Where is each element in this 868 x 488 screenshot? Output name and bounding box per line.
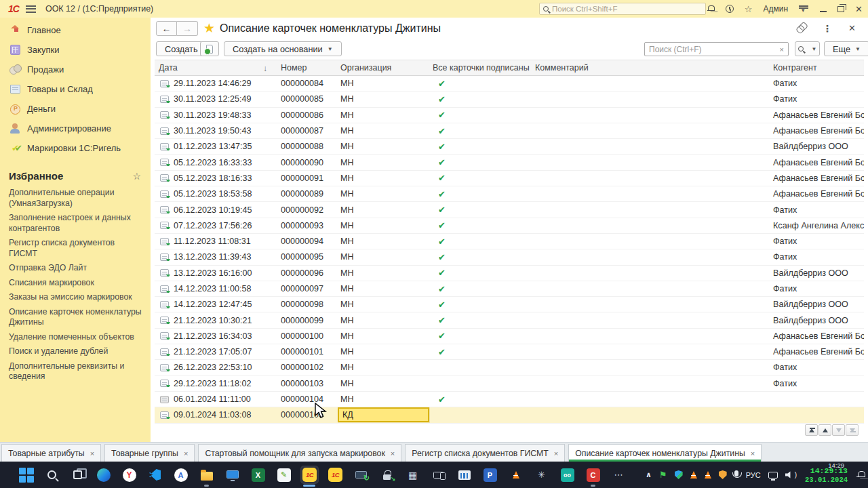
sidebar-item-marking[interactable]: ✔✔Маркировки 1С:Ригель [0, 138, 151, 158]
favorite-item[interactable]: Поиск и удаление дублей [0, 344, 151, 359]
sidebar-item-main[interactable]: Главное [0, 20, 151, 40]
taskbar-c-red-app-icon[interactable]: C [585, 466, 601, 483]
go-up-button[interactable] [818, 424, 831, 436]
column-header-organization[interactable]: Организация [338, 63, 430, 73]
favorite-item[interactable]: Удаление помеченных объектов [0, 330, 151, 345]
taskbar-vlc-icon[interactable] [507, 466, 524, 483]
table-row[interactable]: 13.12.2023 16:16:00000000096МН✔Вайлдберр… [155, 266, 864, 281]
window-tab[interactable]: Регистр списка документов ГИСМТ× [405, 444, 565, 462]
tab-close-icon[interactable]: × [554, 449, 558, 458]
table-row[interactable]: 21.12.2023 10:30:21000000099МН✔Вайлдберр… [155, 312, 864, 328]
form-close-icon[interactable]: ✕ [848, 23, 856, 33]
tray-vlc-icon-2[interactable] [705, 471, 711, 479]
organization-edit-cell[interactable]: КД [338, 407, 429, 422]
taskbar-overflow-icon[interactable]: ⋯ [610, 466, 627, 483]
table-row[interactable]: 05.12.2023 16:33:33000000090МН✔Афанасьев… [155, 155, 864, 170]
more-options-icon[interactable]: ⋮ [823, 25, 832, 32]
sidebar-item-money[interactable]: Деньги [0, 99, 151, 119]
table-row[interactable]: 30.11.2023 12:25:49000000085МН✔Фатих [155, 92, 864, 107]
taskbar-perf-chart-icon[interactable] [456, 466, 473, 483]
window-tab[interactable]: Стартовый помощник для запуска маркирово… [198, 444, 401, 462]
copy-button[interactable] [200, 41, 219, 56]
history-icon[interactable] [726, 3, 734, 15]
sidebar-item-purchases[interactable]: Закупки [0, 40, 151, 60]
taskbar-lock-sync-icon[interactable] [378, 466, 395, 483]
favorite-item[interactable]: Описание карточек номенклатуры Джитины [0, 305, 151, 330]
current-user[interactable]: Админ [764, 3, 789, 15]
go-to-first-button[interactable] [805, 424, 818, 436]
table-row[interactable]: 14.12.2023 11:00:58000000097МН✔Фатих [155, 281, 864, 297]
table-row[interactable]: 06.01.2024 11:11:00000000104МН✔ [155, 392, 864, 407]
tray-green-flag-icon[interactable]: ⚑ [659, 470, 667, 480]
table-row[interactable]: 30.11.2023 19:50:43000000087МН✔Афанасьев… [155, 123, 864, 139]
taskbar-oo-app-icon[interactable]: oo [559, 466, 576, 483]
sidebar-item-goods[interactable]: Товары и Склад [0, 79, 151, 99]
tab-close-icon[interactable]: × [184, 449, 188, 458]
taskbar-excel-icon[interactable]: X [250, 466, 267, 483]
create-based-on-button[interactable]: Создать на основании▼ [224, 41, 342, 56]
taskbar-clock[interactable]: 14:29 14:29:13 23.01.2024 [804, 462, 849, 488]
go-down-button[interactable] [832, 424, 845, 436]
favorite-item[interactable]: Заказы на эмиссию маркировок [0, 290, 151, 305]
tray-microphone-icon[interactable] [734, 470, 738, 479]
create-button[interactable]: Создать [156, 41, 207, 56]
taskbar-1c-enterprise-icon[interactable]: 1С [301, 466, 318, 483]
table-header-row[interactable]: Дата↓ Номер Организация Все карточки под… [155, 60, 864, 76]
taskbar-1c-enterprise-2-icon[interactable]: 1С [327, 466, 344, 483]
table-row[interactable]: 06.12.2023 10:19:45000000092МН✔Фатих [155, 202, 864, 218]
favorite-item[interactable]: Отправка ЭДО Лайт [0, 261, 151, 276]
more-button[interactable]: Еще▼ [824, 41, 868, 56]
tray-hidden-icons-chevron[interactable]: ∧ [646, 470, 652, 479]
table-row[interactable]: 05.12.2023 18:53:58000000089МН✔Афанасьев… [155, 186, 864, 202]
table-row[interactable]: 07.12.2023 17:56:26000000093МН✔Ксанф Анг… [155, 218, 864, 234]
taskbar-vscode-icon[interactable] [146, 466, 163, 483]
sidebar-item-admin[interactable]: Администрирование [0, 119, 151, 138]
notification-center-bell-icon[interactable] [856, 471, 865, 479]
forward-button[interactable]: → [177, 21, 198, 36]
sidebar-item-sales[interactable]: Продажи [0, 60, 151, 79]
tab-close-icon[interactable]: × [751, 449, 755, 458]
table-row[interactable]: 21.12.2023 16:34:03000000100МН✔Афанасьев… [155, 329, 864, 344]
taskbar-pc-devices-icon[interactable] [430, 466, 447, 483]
table-row[interactable]: 05.12.2023 18:16:33000000091МН✔Афанасьев… [155, 171, 864, 186]
favorites-star-icon[interactable]: ☆ [745, 3, 753, 15]
table-row[interactable]: 13.12.2023 11:39:43000000095МН✔Фатих [155, 249, 864, 265]
column-header-number[interactable]: Номер [278, 63, 338, 73]
taskbar-spider-app-icon[interactable]: ✳ [533, 466, 550, 483]
table-row[interactable]: 29.12.2023 11:18:02000000103МНФатих [155, 376, 864, 392]
search-settings-button[interactable]: ▼ [795, 41, 820, 56]
favorite-item[interactable]: Дополнительные реквизиты и сведения [0, 359, 151, 384]
taskbar-apps-grid-icon[interactable]: ▦ [404, 466, 421, 483]
tab-close-icon[interactable]: × [90, 449, 94, 458]
taskbar-notepad-editor-icon[interactable]: ✎ [275, 466, 292, 483]
table-row[interactable]: 09.01.2024 11:03:08000000105КД [155, 407, 864, 423]
taskbar-edge-browser-icon[interactable] [95, 466, 112, 483]
table-row[interactable]: 29.11.2023 14:46:29000000084МН✔Фатих [155, 76, 864, 92]
service-menu-icon[interactable] [799, 3, 809, 15]
table-row[interactable]: 30.11.2023 19:48:33000000086МН✔Афанасьев… [155, 108, 864, 123]
hamburger-menu-icon[interactable] [26, 5, 36, 13]
go-to-last-button[interactable] [846, 424, 859, 436]
taskbar-windows-start-icon[interactable] [18, 466, 35, 483]
tray-display-icon[interactable] [768, 472, 778, 479]
taskbar-yandex-browser-icon[interactable]: Y [121, 466, 138, 483]
table-row[interactable]: 01.12.2023 13:47:35000000088МН✔Вайлдберр… [155, 139, 864, 155]
favorite-item[interactable]: Списания маркировок [0, 276, 151, 291]
taskbar-task-view-icon[interactable] [69, 466, 86, 483]
window-close-button[interactable]: ✕ [855, 3, 863, 15]
volume-icon[interactable] [785, 471, 797, 479]
taskbar-a-app-icon[interactable]: A [172, 466, 189, 483]
notifications-bell-icon[interactable] [707, 3, 715, 15]
window-tab-active[interactable]: Описание карточек номенклатуры Джитины× [568, 444, 762, 462]
get-link-icon[interactable] [795, 22, 807, 34]
window-tab[interactable]: Товарные атрибуты× [1, 444, 101, 462]
back-button[interactable]: ← [156, 21, 177, 36]
window-tab[interactable]: Товарные группы× [104, 444, 195, 462]
taskbar-remote-display-icon[interactable] [224, 466, 241, 483]
taskbar-search-icon[interactable] [43, 466, 60, 483]
window-restore-button[interactable] [837, 3, 844, 15]
clear-search-icon[interactable]: × [780, 45, 784, 54]
list-search-input[interactable]: Поиск (Ctrl+F) × [644, 42, 789, 56]
column-header-counterparty[interactable]: Контрагент [766, 63, 864, 73]
tab-close-icon[interactable]: × [391, 449, 395, 458]
